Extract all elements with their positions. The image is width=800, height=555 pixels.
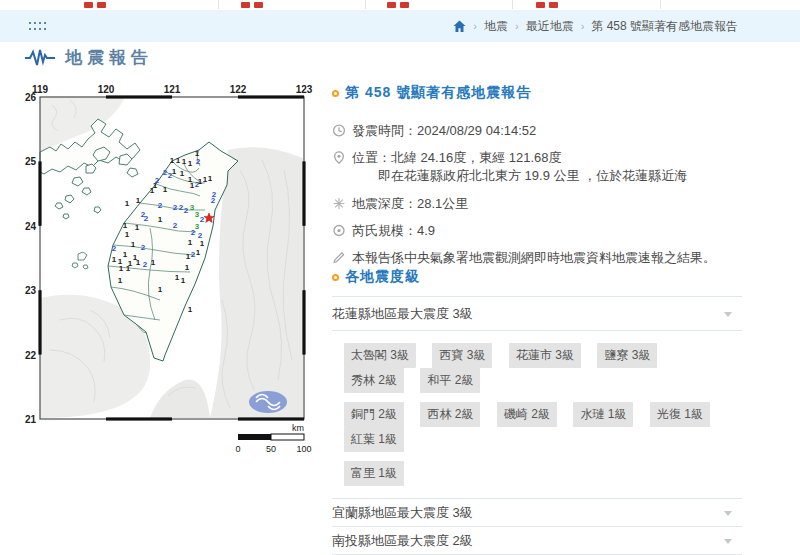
home-icon[interactable] [453,20,466,33]
svg-text:1: 1 [126,264,131,273]
svg-text:2: 2 [141,243,146,252]
report-title-row: 第 458 號顯著有感地震報告 [332,84,531,102]
station-badge: 西寶 3級 [432,343,492,368]
seismic-waveform-icon [25,49,55,67]
svg-text:1: 1 [151,258,156,267]
breadcrumb: › 地震 › 最近地震 › 第 458 號顯著有感地震報告 [453,10,738,42]
svg-text:1: 1 [123,250,128,259]
svg-text:22: 22 [25,350,37,361]
svg-text:2: 2 [191,250,196,259]
svg-text:1: 1 [180,169,185,178]
svg-text:3: 3 [195,210,200,219]
region-label: 宜蘭縣地區最大震度 3級 [332,504,473,522]
map-scale-bar: km 0 50 100 [235,423,311,454]
region-row-nantou[interactable]: 南投縣地區最大震度 2級 [332,527,742,555]
svg-text:1: 1 [200,239,205,248]
page-title-row: 地震報告 [25,46,153,69]
svg-text:1: 1 [112,255,117,264]
svg-text:123: 123 [296,84,313,95]
detail-note: 本報告係中央氣象署地震觀測網即時地震資料地震速報之結果。 [332,249,744,267]
svg-text:1: 1 [158,285,163,294]
svg-text:1: 1 [172,167,177,176]
breadcrumb-separator: › [581,20,585,32]
svg-text:1: 1 [125,230,130,239]
station-badge: 磯崎 2級 [497,402,557,427]
region-row-hualien[interactable]: 花蓮縣地區最大震度 3級 [332,297,742,331]
station-badge: 水璉 1級 [573,402,633,427]
svg-text:1: 1 [136,258,141,267]
pencil-icon [332,251,346,264]
station-badge: 光復 1級 [650,402,710,427]
svg-text:2: 2 [196,157,201,166]
svg-text:1: 1 [163,185,168,194]
svg-text:2: 2 [173,221,178,230]
svg-text:121: 121 [164,84,181,95]
page-title: 地震報告 [65,46,153,69]
cwa-logo [249,391,287,413]
station-badge: 鹽寮 3級 [597,343,657,368]
svg-text:2: 2 [158,201,163,210]
breadcrumb-item-recent[interactable]: 最近地震 [526,18,574,35]
breadcrumb-item-earthquake[interactable]: 地震 [484,18,508,35]
station-badges: 太魯閣 3級 西寶 3級 花蓮市 3級 鹽寮 3級 秀林 2級 和平 2級 銅門… [332,331,742,499]
svg-text:21: 21 [25,414,37,425]
svg-text:1: 1 [181,276,186,285]
station-badge: 秀林 2級 [344,368,404,393]
svg-text:2: 2 [212,190,217,199]
location-pin-icon [332,151,346,164]
svg-text:2: 2 [112,244,117,253]
svg-text:1: 1 [176,156,181,165]
intensity-section-title: 各地震度級 [345,268,420,286]
svg-text:1: 1 [182,157,187,166]
svg-text:2: 2 [198,231,203,240]
svg-text:1: 1 [196,248,201,257]
toolbar: › 地震 › 最近地震 › 第 458 號顯著有感地震報告 [0,10,800,42]
svg-text:km: km [292,423,304,433]
station-badge: 西林 2級 [420,402,480,427]
breadcrumb-separator: › [515,20,519,32]
magnitude-icon [332,224,346,237]
svg-text:2: 2 [144,214,149,223]
detail-origin-time: 發震時間：2024/08/29 04:14:52 [332,122,744,140]
svg-text:100: 100 [296,444,311,454]
region-label: 南投縣地區最大震度 2級 [332,532,473,550]
chevron-down-icon [724,312,732,317]
svg-text:1: 1 [188,305,193,314]
svg-text:0: 0 [235,444,240,454]
station-badge: 銅門 2級 [344,402,404,427]
svg-text:1: 1 [118,276,123,285]
station-badge: 花蓮市 3級 [509,343,581,368]
svg-text:1: 1 [175,273,180,282]
svg-text:2: 2 [200,215,205,224]
intensity-map: 1111111111111111111111111111111111111111… [0,80,330,470]
svg-text:3: 3 [195,222,200,231]
svg-text:2: 2 [168,171,173,180]
svg-text:1: 1 [208,174,213,183]
chevron-down-icon [724,511,732,516]
depth-icon [332,197,346,210]
grid-dots-icon[interactable] [28,19,46,33]
svg-text:122: 122 [230,84,247,95]
svg-text:1: 1 [158,215,163,224]
clock-icon [332,124,346,137]
intensity-accordion: 花蓮縣地區最大震度 3級 太魯閣 3級 西寶 3級 花蓮市 3級 鹽寮 3級 秀… [332,296,742,555]
svg-text:1: 1 [185,263,190,272]
svg-text:1: 1 [123,221,128,230]
svg-text:2: 2 [143,260,148,269]
orange-bullet-icon [332,274,339,281]
region-row-yilan[interactable]: 宜蘭縣地區最大震度 3級 [332,499,742,527]
svg-text:1: 1 [119,264,124,273]
svg-text:1: 1 [125,199,130,208]
svg-text:26: 26 [25,92,37,103]
svg-text:1: 1 [188,159,193,168]
report-title: 第 458 號顯著有感地震報告 [345,84,531,102]
svg-text:50: 50 [266,444,276,454]
svg-text:2: 2 [155,176,160,185]
svg-text:1: 1 [136,196,141,205]
detail-depth: 地震深度：28.1公里 [332,195,744,213]
station-badge: 太魯閣 3級 [344,343,416,368]
svg-text:1: 1 [135,223,140,232]
earthquake-report-page: › 地震 › 最近地震 › 第 458 號顯著有感地震報告 地震報告 [0,0,800,555]
station-badge: 紅葉 1級 [344,427,404,452]
svg-text:1: 1 [131,240,136,249]
